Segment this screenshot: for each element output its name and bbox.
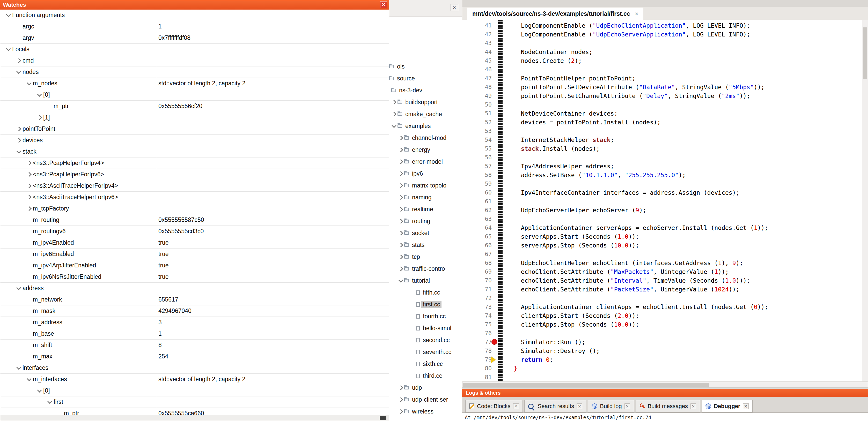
horizontal-scrollbar[interactable] <box>462 382 868 388</box>
tree-item-udp[interactable]: udp <box>378 382 462 394</box>
tree-item-stats[interactable]: stats <box>378 239 462 251</box>
line-number[interactable]: 71 <box>462 285 492 294</box>
watch-row[interactable]: devices <box>0 135 389 146</box>
line-number[interactable]: 63 <box>462 215 492 223</box>
close-icon[interactable]: × <box>380 1 387 8</box>
collapse-chevron-icon[interactable] <box>6 46 10 51</box>
watches-titlebar[interactable]: Watches × <box>0 0 389 9</box>
collapse-chevron-icon[interactable] <box>37 388 42 392</box>
line-number[interactable]: 69 <box>462 267 492 276</box>
expand-chevron-icon[interactable] <box>392 100 396 104</box>
close-icon[interactable]: × <box>743 403 749 409</box>
collapse-chevron-icon[interactable] <box>27 376 31 381</box>
expand-chevron-icon[interactable] <box>16 126 21 131</box>
tree-item-traffic-contro[interactable]: traffic-contro <box>378 263 462 274</box>
line-number[interactable]: 51 <box>462 109 492 118</box>
tree-item-matrix-topolo[interactable]: matrix-topolo <box>378 180 462 191</box>
expand-chevron-icon[interactable] <box>27 172 31 176</box>
tree-item-buildsupport[interactable]: buildsupport <box>378 96 462 108</box>
line-number[interactable]: 42 <box>462 30 492 39</box>
watch-row[interactable]: m_ipv6NsRsJitterEnabledtrue <box>0 271 389 283</box>
watch-row[interactable]: m_routingv60x5555555cd3c0 <box>0 226 389 237</box>
collapse-chevron-icon[interactable] <box>392 123 396 128</box>
tab-code-blocks[interactable]: Code::Blocks× <box>465 400 523 413</box>
watch-row[interactable]: m_interfacesstd::vector of length 2, cap… <box>0 374 389 385</box>
line-number[interactable]: 48 <box>462 83 492 92</box>
line-number[interactable]: 68 <box>462 259 492 267</box>
expand-chevron-icon[interactable] <box>398 397 403 402</box>
watch-row[interactable]: first <box>0 396 389 408</box>
editor-tab[interactable]: mnt/dev/tools/source/ns-3-dev/examples/t… <box>467 8 643 20</box>
line-number[interactable]: 78 <box>462 347 492 355</box>
expand-chevron-icon[interactable] <box>398 148 403 152</box>
expand-chevron-icon[interactable] <box>398 255 403 259</box>
expand-chevron-icon[interactable] <box>398 385 403 390</box>
expand-chevron-icon[interactable] <box>398 207 403 212</box>
line-number[interactable]: 77 <box>462 338 492 347</box>
line-number[interactable]: 65 <box>462 232 492 241</box>
line-number-gutter[interactable]: 4142434445464748495051525354555657585960… <box>462 21 492 382</box>
watch-row[interactable]: m_max254 <box>0 351 389 362</box>
line-number[interactable]: 72 <box>462 294 492 302</box>
expand-chevron-icon[interactable] <box>392 112 396 117</box>
expand-chevron-icon[interactable] <box>16 138 21 142</box>
expand-chevron-icon[interactable] <box>398 409 403 414</box>
watch-row[interactable]: m_routing0x555555587c50 <box>0 215 389 226</box>
line-number[interactable]: 50 <box>462 100 492 109</box>
line-number[interactable]: 80 <box>462 364 492 373</box>
line-number[interactable]: 58 <box>462 171 492 180</box>
scrollbar-thumb[interactable] <box>863 27 867 79</box>
line-number[interactable]: 61 <box>462 197 492 206</box>
tree-item-third-cc[interactable]: third.cc <box>378 370 462 382</box>
tree-item-realtime[interactable]: realtime <box>378 203 462 215</box>
watch-row[interactable]: <ns3::PcapHelperForIpv4> <box>0 158 389 169</box>
tree-item-socket[interactable]: socket <box>378 227 462 239</box>
watch-row[interactable]: m_ptr0x5555555ca660 <box>0 408 389 415</box>
expand-chevron-icon[interactable] <box>398 159 403 164</box>
watch-row[interactable]: argc1 <box>0 21 389 32</box>
close-icon[interactable]: × <box>624 403 630 409</box>
line-number[interactable]: 64 <box>462 223 492 232</box>
watch-row[interactable]: m_ptr0x55555556cf20 <box>0 101 389 112</box>
line-number[interactable]: 44 <box>462 47 492 56</box>
expand-chevron-icon[interactable] <box>27 183 31 188</box>
watch-row[interactable]: m_base1 <box>0 328 389 339</box>
tree-item-tcp[interactable]: tcp <box>378 251 462 263</box>
collapse-chevron-icon[interactable] <box>48 399 52 404</box>
watch-row[interactable]: [0] <box>0 385 389 396</box>
tree-item-sixth-cc[interactable]: sixth.cc <box>378 358 462 370</box>
expand-chevron-icon[interactable] <box>37 115 42 120</box>
watch-row[interactable]: cmd <box>0 55 389 66</box>
expand-chevron-icon[interactable] <box>27 161 31 165</box>
expand-chevron-icon[interactable] <box>398 135 403 140</box>
line-number[interactable]: 46 <box>462 65 492 74</box>
line-number[interactable]: 79 <box>462 355 492 364</box>
line-number[interactable]: 43 <box>462 39 492 47</box>
tree-item-udp-client-ser[interactable]: udp-client-ser <box>378 394 462 406</box>
tree-item-ipv6[interactable]: ipv6 <box>378 168 462 180</box>
watch-row[interactable]: m_ipv4ArpJitterEnabledtrue <box>0 260 389 271</box>
line-number[interactable]: 56 <box>462 153 492 162</box>
tree-item-naming[interactable]: naming <box>378 191 462 203</box>
vertical-scrollbar[interactable] <box>862 20 868 382</box>
line-number[interactable]: 81 <box>462 373 492 382</box>
expand-chevron-icon[interactable] <box>398 171 403 176</box>
line-number[interactable]: 55 <box>462 144 492 153</box>
collapse-chevron-icon[interactable] <box>27 80 31 85</box>
expand-chevron-icon[interactable] <box>398 195 403 200</box>
tree-item-routing[interactable]: routing <box>378 215 462 227</box>
line-number[interactable]: 67 <box>462 250 492 259</box>
logs-panel-caption[interactable]: Logs & others <box>462 389 868 397</box>
watch-row[interactable]: m_ipv6Enabledtrue <box>0 249 389 260</box>
line-number[interactable]: 52 <box>462 118 492 127</box>
collapse-chevron-icon[interactable] <box>6 12 10 17</box>
expand-chevron-icon[interactable] <box>16 58 21 63</box>
watch-row[interactable]: stack <box>0 146 389 158</box>
watch-row[interactable]: address <box>0 283 389 294</box>
collapse-chevron-icon[interactable] <box>16 149 21 153</box>
tree-item-ns-3-dev[interactable]: ns-3-dev <box>378 84 462 96</box>
collapse-chevron-icon[interactable] <box>37 92 42 96</box>
line-number[interactable]: 66 <box>462 241 492 250</box>
watch-row[interactable]: Locals <box>0 44 389 55</box>
tree-item-error-model[interactable]: error-model <box>378 156 462 168</box>
